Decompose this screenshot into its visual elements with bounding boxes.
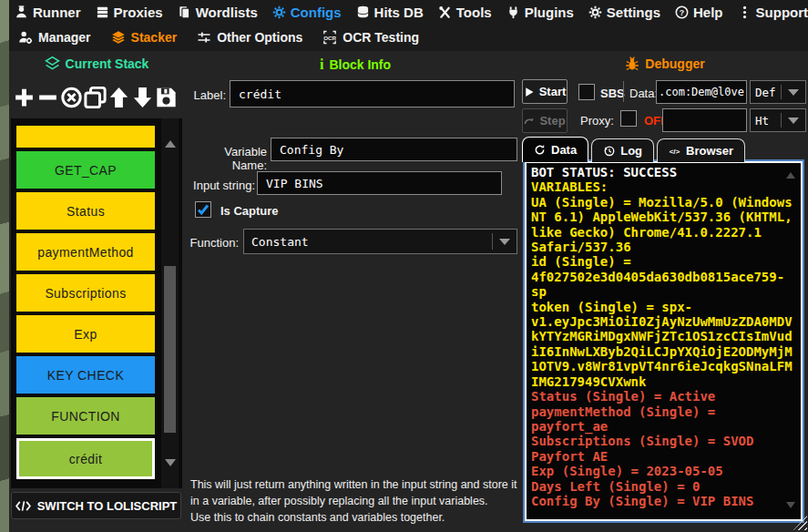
scroll-down-arrow-icon[interactable] bbox=[165, 459, 176, 466]
variable-name-input[interactable] bbox=[271, 138, 517, 161]
stack-block-subscriptions[interactable]: Subscriptions bbox=[16, 274, 155, 312]
data-input[interactable] bbox=[656, 80, 747, 104]
input-string-input[interactable] bbox=[257, 171, 502, 195]
stack-block-key-check[interactable]: KEY CHECK bbox=[16, 356, 155, 394]
stack-layers-icon bbox=[45, 56, 60, 71]
plug-icon bbox=[506, 5, 520, 19]
stack-scrollbar[interactable] bbox=[161, 118, 179, 488]
gear-icon bbox=[588, 5, 602, 19]
main-menubar: RunnerProxiesWordlistsConfigsHits DBTool… bbox=[9, 0, 808, 24]
stack-block-status[interactable]: Status bbox=[16, 192, 155, 230]
block-description: This will just return anything written i… bbox=[190, 477, 526, 526]
log-line: Exp (Single) = 2023-05-05 bbox=[531, 464, 793, 478]
stack-move-up-button[interactable] bbox=[107, 84, 130, 111]
menu-item-supporters[interactable]: Supporters bbox=[738, 5, 808, 20]
runner-icon bbox=[15, 5, 28, 19]
clone-icon bbox=[84, 84, 107, 111]
menu-item-hits-db[interactable]: Hits DB bbox=[356, 5, 424, 20]
stack-block-cr-dit[interactable]: crédit bbox=[16, 438, 155, 479]
tab-browser[interactable]: </>Browser bbox=[657, 138, 745, 162]
wordlists-icon bbox=[178, 5, 191, 19]
data-caption: Data: bbox=[629, 87, 658, 100]
menu-item-settings[interactable]: Settings bbox=[588, 5, 660, 20]
subnav-item-stacker[interactable]: Stacker bbox=[111, 30, 178, 45]
subnav-item-ocr-testing[interactable]: OCROCR Testing bbox=[322, 30, 419, 45]
scrollbar-thumb[interactable] bbox=[164, 266, 176, 433]
wordlist-type-value: Def bbox=[751, 86, 781, 99]
proxies-icon bbox=[96, 5, 109, 19]
tools-icon bbox=[438, 5, 452, 19]
stack-block[interactable] bbox=[16, 126, 155, 148]
tab-log[interactable]: Log bbox=[591, 138, 654, 162]
start-button[interactable]: Start bbox=[522, 79, 568, 104]
add-icon bbox=[13, 84, 36, 111]
block-info-title: i Block Info bbox=[187, 56, 524, 73]
label-input[interactable] bbox=[230, 80, 515, 107]
menu-item-tools[interactable]: Tools bbox=[438, 5, 492, 20]
subnav-item-other-options[interactable]: Other Options bbox=[197, 30, 302, 45]
stack-add-button[interactable] bbox=[13, 84, 36, 111]
log-line: paymentMethod (Single) = payfort_ae bbox=[531, 404, 793, 435]
move-up-icon bbox=[107, 84, 130, 111]
proxy-input[interactable] bbox=[662, 108, 747, 132]
stack-remove-button[interactable] bbox=[36, 84, 59, 111]
function-dropdown[interactable]: Constant bbox=[243, 229, 517, 254]
info-icon: i bbox=[320, 56, 323, 73]
gear-icon bbox=[272, 5, 286, 19]
step-button[interactable]: Step bbox=[522, 108, 568, 133]
stack-move-down-button[interactable] bbox=[131, 84, 154, 111]
proxy-caption: Proxy: bbox=[580, 114, 614, 128]
stack-clear-button[interactable] bbox=[60, 84, 83, 111]
config-subnav: ManagerStackerOther OptionsOCROCR Testin… bbox=[9, 24, 808, 51]
ocr-icon: OCR bbox=[322, 30, 337, 45]
stack-block-get-cap[interactable]: GET_CAP bbox=[16, 151, 155, 189]
play-icon bbox=[524, 87, 535, 97]
current-stack-title: Current Stack bbox=[11, 56, 182, 71]
menu-item-proxies[interactable]: Proxies bbox=[96, 5, 163, 20]
log-line: token (Single) = spx-v1.eyJpc3MiOiI0ZjAy… bbox=[531, 300, 793, 389]
stack-block-exp[interactable]: Exp bbox=[16, 315, 155, 353]
menu-item-wordlists[interactable]: Wordlists bbox=[178, 5, 258, 20]
remove-icon bbox=[36, 84, 59, 111]
log-line: UA (Single) = Mozilla/5.0 (Windows NT 6.… bbox=[531, 195, 793, 255]
menu-item-configs[interactable]: Configs bbox=[272, 5, 342, 20]
stacker-icon bbox=[111, 30, 126, 45]
log-line: Config By (Single) = VIP BINS bbox=[531, 494, 793, 508]
divider bbox=[623, 81, 624, 102]
stack-list: GET_CAPStatuspaymentMethodSubscriptionsE… bbox=[11, 118, 182, 488]
menu-item-runner[interactable]: Runner bbox=[15, 5, 81, 20]
switch-to-loliscript-button[interactable]: SWITCH TO LOLISCRIPT bbox=[11, 492, 181, 519]
scroll-up-arrow-icon[interactable] bbox=[165, 140, 176, 148]
wordlist-type-dropdown[interactable]: Def bbox=[750, 80, 806, 104]
log-line: Subscriptions (Single) = SVOD Payfort AE bbox=[531, 434, 793, 464]
menu-item-plugins[interactable]: Plugins bbox=[506, 5, 574, 20]
stack-save-button[interactable] bbox=[155, 84, 178, 111]
log-line: BOT STATUS: SUCCESS bbox=[531, 165, 793, 179]
log-line: Status (Single) = Active bbox=[531, 389, 793, 404]
stack-block-function[interactable]: FUNCTION bbox=[16, 397, 155, 435]
menu-item-help[interactable]: ?Help bbox=[675, 5, 723, 20]
log-scroll-up-icon[interactable] bbox=[786, 172, 795, 179]
function-value: Constant bbox=[244, 235, 492, 249]
log-scroll-down-icon[interactable] bbox=[786, 502, 795, 508]
stack-block-paymentmethod[interactable]: paymentMethod bbox=[16, 233, 155, 271]
is-capture-checkbox[interactable] bbox=[195, 201, 211, 218]
sbs-label: SBS bbox=[600, 87, 625, 100]
stack-clone-button[interactable] bbox=[84, 84, 107, 111]
proxy-type-dropdown[interactable]: Ht bbox=[750, 108, 806, 132]
function-caption: Function: bbox=[187, 236, 239, 250]
proxy-checkbox[interactable] bbox=[620, 110, 637, 127]
code-icon bbox=[15, 500, 31, 512]
desktop-background bbox=[0, 0, 9, 532]
label-caption: Label: bbox=[187, 88, 226, 102]
stack-toolbar bbox=[13, 78, 182, 117]
sbs-checkbox[interactable] bbox=[578, 84, 595, 100]
svg-text:OCR: OCR bbox=[323, 35, 336, 41]
refresh-icon bbox=[534, 144, 546, 156]
app-window: RunnerProxiesWordlistsConfigsHits DBTool… bbox=[9, 0, 808, 532]
tab-data[interactable]: Data bbox=[522, 137, 588, 162]
log-line: VARIABLES: bbox=[531, 179, 793, 194]
subnav-item-manager[interactable]: Manager bbox=[18, 30, 91, 45]
step-arrow-icon bbox=[524, 116, 535, 127]
chevron-down-icon bbox=[493, 239, 517, 245]
